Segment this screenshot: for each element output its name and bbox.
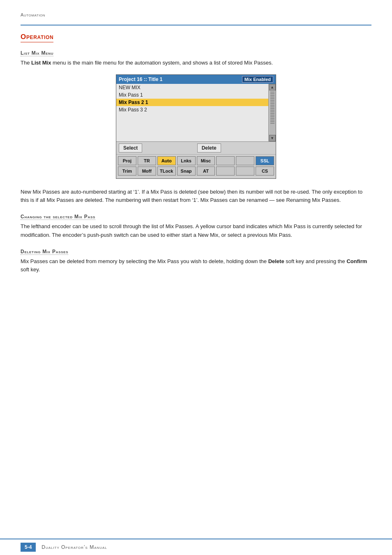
list-mix-panel: Project 16 :: Title 1 Mix Enabled NEW MI… xyxy=(116,74,276,179)
panel-button[interactable]: TR xyxy=(138,156,156,165)
panel-button[interactable]: SSL xyxy=(256,156,274,165)
panel-button[interactable]: Trim xyxy=(118,166,136,176)
subsection-title-deleting: Deleting Mix Passes xyxy=(21,249,68,255)
panel-button[interactable]: AT xyxy=(197,166,215,176)
subsection-title-list-mix: List Mix Menu xyxy=(21,50,53,56)
panel-button[interactable]: Proj xyxy=(118,156,136,165)
list-item[interactable]: Mix Pass 2 1 xyxy=(116,99,268,106)
deleting-section: Deleting Mix Passes Mix Passes can be de… xyxy=(21,248,371,274)
panel-button[interactable]: CS xyxy=(256,166,274,176)
scrollbar-down-button[interactable]: ▼ xyxy=(269,135,276,141)
intro-text: The xyxy=(21,60,31,66)
section-title: Operation xyxy=(21,33,53,42)
panel-list: NEW MIXMix Pass 1Mix Pass 2 1Mix Pass 3 … xyxy=(116,84,268,141)
button-rows: ProjTRAutoLnksMiscSSL TrimMoffTLockSnapA… xyxy=(116,155,276,178)
footer-page-number: 5-4 xyxy=(21,543,36,552)
delete-softkey[interactable]: Delete xyxy=(197,143,221,153)
scrollbar-up-button[interactable]: ▲ xyxy=(269,84,276,90)
scrollbar-track xyxy=(270,91,275,134)
list-item[interactable]: NEW MIX xyxy=(116,84,268,91)
panel-scrollbar[interactable]: ▲ xyxy=(268,84,276,141)
list-mix-menu-section: List Mix Menu The List Mix menu is the m… xyxy=(21,50,371,204)
panel-button[interactable] xyxy=(216,166,235,176)
panel-button[interactable]: TLock xyxy=(157,166,176,176)
changing-selected-section: Changing the selected Mix Pass The lefth… xyxy=(21,213,371,239)
panel-button[interactable]: Snap xyxy=(177,166,196,176)
list-mix-bold: List Mix xyxy=(31,60,51,66)
subsection-title-changing: Changing the selected Mix Pass xyxy=(21,214,95,220)
panel-header-title: Project 16 :: Title 1 xyxy=(119,76,162,82)
panel-button[interactable]: Lnks xyxy=(177,156,196,165)
panel-button[interactable] xyxy=(236,156,254,165)
panel-button[interactable] xyxy=(236,166,254,176)
panel-button[interactable]: Moff xyxy=(138,166,156,176)
panel-button[interactable]: Auto xyxy=(157,156,176,165)
panel-header: Project 16 :: Title 1 Mix Enabled xyxy=(116,75,276,84)
ui-panel-wrapper: Project 16 :: Title 1 Mix Enabled NEW MI… xyxy=(21,74,371,179)
panel-button[interactable] xyxy=(216,156,235,165)
select-softkey[interactable]: Select xyxy=(119,143,142,153)
footer-title: Duality Operator’s Manual xyxy=(42,544,107,550)
top-divider xyxy=(21,25,371,25)
button-row-2: TrimMoffTLockSnapATCS xyxy=(118,166,274,176)
panel-list-container: NEW MIXMix Pass 1Mix Pass 2 1Mix Pass 3 … xyxy=(116,84,276,142)
softkey-row: Select Delete xyxy=(116,142,276,155)
deleting-text: Mix Passes can be deleted from memory by… xyxy=(21,257,371,274)
changing-text: The lefthand encoder can be used to scro… xyxy=(21,222,371,239)
breadcrumb: Automation xyxy=(21,12,371,17)
panel-header-badge: Mix Enabled xyxy=(242,76,273,83)
list-item[interactable]: Mix Pass 3 2 xyxy=(116,106,268,113)
list-mix-intro: The List Mix menu is the main file menu … xyxy=(21,59,371,67)
page-footer: 5-4 Duality Operator’s Manual xyxy=(0,539,392,555)
panel-button[interactable]: Misc xyxy=(197,156,215,165)
paragraph-after-panel: New Mix Passes are auto-numbered startin… xyxy=(21,188,371,204)
intro-rest: menu is the main file menu for the autom… xyxy=(51,60,273,66)
list-item[interactable]: Mix Pass 1 xyxy=(116,91,268,99)
button-row-1: ProjTRAutoLnksMiscSSL xyxy=(118,156,274,165)
